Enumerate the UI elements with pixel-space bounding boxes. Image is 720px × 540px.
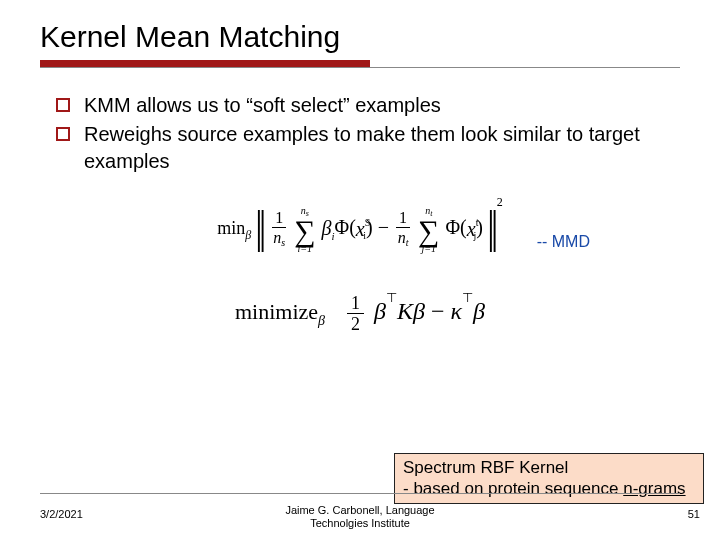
square-bullet-icon [56,127,70,141]
min-sub: β [245,227,251,241]
frac1-num: 1 [272,210,286,228]
frac2-den-sub: t [406,237,409,248]
footer-center-l2: Technolgies Institute [310,517,410,529]
bullet-item: Reweighs source examples to make them lo… [56,121,680,175]
formula-mmd: minβ ‖ 1 ns ns ∑ i=1 βiΦ(xSi) − 1 nt nt … [40,205,680,254]
half-num: 1 [347,294,364,314]
phi2: Φ [445,216,460,238]
frac1-den-n: n [273,229,281,246]
kernel-line1: Spectrum RBF Kernel [403,458,568,477]
norm-open-icon: ‖ [255,210,267,248]
title-underline [40,60,680,70]
big-k: K [397,298,413,324]
min-label: min [217,218,245,238]
beta-i: β [322,217,332,239]
sub-j: j [473,230,476,241]
transpose2: ⊤ [462,290,473,305]
sub-i: i [363,230,366,241]
footer-separator [40,493,680,494]
slide: Kernel Mean Matching KMM allows us to “s… [0,0,720,540]
sigma-icon: ∑ [294,218,315,244]
transpose1: ⊤ [386,290,397,305]
square-bullet-icon [56,98,70,112]
frac2-den-n: n [398,229,406,246]
underline-gray-line [40,67,680,68]
bullet-item: KMM allows us to “soft select” examples [56,92,680,119]
sup-s: S [365,217,371,228]
kernel-callout-box: Spectrum RBF Kernel - based on protein s… [394,453,704,504]
frac2-num: 1 [396,210,410,228]
phi1: Φ [335,216,350,238]
sup-t: t [476,217,479,228]
squared: 2 [497,195,503,209]
sigma-icon: ∑ [418,218,439,244]
minus1: − [378,216,394,238]
norm-close-icon: ‖ [487,210,499,248]
bullet-text: Reweighs source examples to make them lo… [84,123,640,172]
beta1: β [374,298,386,324]
kernel-ngrams: n-grams [623,479,685,498]
minimize-word: minimize [235,299,318,324]
half-den: 2 [347,314,364,333]
bullet-text: KMM allows us to “soft select” examples [84,94,441,116]
formula-minimize: minimizeβ 1 2 β⊤Kβ − κ⊤β [40,294,680,333]
beta2: β [413,298,425,324]
beta3: β [473,298,485,324]
footer-page-number: 51 [688,508,700,520]
mmd-annotation: -- MMD [537,233,590,251]
kernel-line2: - based on protein sequence [403,479,623,498]
minimize-sub: β [318,312,325,327]
footer-center-l1: Jaime G. Carbonell, Language [285,504,434,516]
minus2: − [431,298,451,324]
kappa: κ [451,298,463,324]
frac1-den-sub: s [281,237,285,248]
footer-attribution: Jaime G. Carbonell, Language Technolgies… [0,504,720,530]
bullet-list: KMM allows us to “soft select” examples … [56,92,680,175]
page-title: Kernel Mean Matching [40,20,680,54]
